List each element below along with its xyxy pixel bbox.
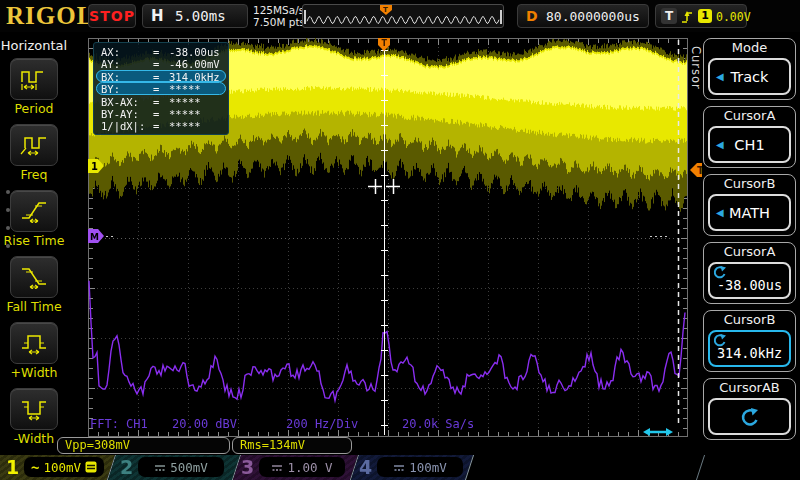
ch3-number[interactable]: 3 [241, 456, 254, 478]
cursor-b-value-button[interactable]: 314.0kHz [708, 330, 791, 367]
menu-section-cursor-a-source: CursorA ◀ CH1 [703, 106, 796, 168]
acquisition-info: 125MSa/s 7.50M pts [253, 4, 305, 28]
readout-row-ay: AY:=-46.00mV [96, 57, 226, 69]
delay-label: D [526, 8, 538, 24]
ac-coupling-icon: ~ [31, 459, 39, 475]
readout-row-invdx: 1/|dX|:=***** [96, 119, 226, 131]
ch3-status[interactable]: 1.00 V [259, 457, 345, 477]
display-grid: T 1 M T AX:=-38.00us AY:=-46.00mV BX:=31… [88, 38, 688, 437]
ch1-position-marker[interactable]: 1 [88, 159, 105, 174]
brand-logo: RIGOL [6, 2, 94, 30]
freq-icon [20, 133, 48, 157]
trigger-indicator[interactable]: T 1 0.00V [655, 4, 747, 28]
fft-source: FFT: CH1 [90, 417, 148, 431]
delay-indicator[interactable]: D 80.0000000us [517, 4, 649, 28]
math-position-marker[interactable]: M [88, 229, 105, 244]
readout-row-ax: AX:=-38.00us [96, 45, 226, 57]
menu-page-dot [6, 226, 10, 230]
readout-row-bx: BX:=314.0kHz [96, 70, 226, 82]
rise-time-icon [20, 199, 48, 223]
menu-section-cursor-b-value: CursorB 314.0kHz [703, 310, 796, 372]
fall-time-icon [20, 265, 48, 289]
menu-item-period[interactable]: Period [2, 58, 66, 116]
memory-depth-value: 7.50M pts [253, 16, 305, 28]
ch3-scale: 1.00 V [287, 460, 332, 475]
left-triangle-icon: ◀ [716, 138, 724, 152]
channel-status-bar: 1 ~ 100mV 2 500mV 3 1.00 V 4 [0, 455, 800, 480]
waveform-preview-bar[interactable]: T [302, 4, 504, 28]
ch2-status[interactable]: 500mV [138, 457, 224, 477]
rotate-knob-icon [713, 333, 727, 347]
menu-section-cursor-a-value: CursorA -38.00us [703, 242, 796, 304]
fft-sample-rate: 20.0k Sa/s [402, 417, 474, 431]
rotate-knob-icon [740, 407, 760, 427]
trigger-source-badge: 1 [698, 9, 712, 23]
menu-page-dot [6, 190, 10, 194]
menu-section-cursor-b-source: CursorB ◀ MATH [703, 174, 796, 236]
period-icon [20, 67, 48, 91]
trigger-position-marker[interactable]: T [378, 38, 391, 52]
menu-item-fall-time[interactable]: Fall Time [2, 256, 66, 314]
dc-coupling-icon [271, 463, 283, 472]
delay-value: 80.0000000us [546, 9, 640, 24]
menu-section-mode: Mode ◀ Track [703, 38, 796, 100]
run-state-indicator[interactable]: STOP [88, 4, 136, 28]
trigger-label: T [661, 8, 677, 24]
cursor-b-source-button[interactable]: ◀ MATH [708, 194, 791, 231]
fft-scale: 20.00 dBV [172, 417, 237, 431]
measure-menu: Horizontal Period Freq Rise Time [0, 32, 86, 455]
ch4-status[interactable]: 100mV [377, 457, 463, 477]
bandwidth-limit-icon [85, 461, 97, 473]
menu-item-neg-width[interactable]: -Width [2, 388, 66, 446]
oscilloscope-screen: RIGOL STOP H 5.00ms 125MSa/s 7.50M pts T… [0, 0, 800, 480]
ch1-scale: 100mV [43, 460, 81, 475]
horizontal-timebase-button[interactable]: H 5.00ms [142, 4, 248, 28]
menu-item-pos-width[interactable]: +Width [2, 322, 66, 380]
minus-width-icon [20, 397, 48, 421]
timebase-label: H [151, 7, 164, 25]
cursor-a-source-button[interactable]: ◀ CH1 [708, 126, 791, 163]
dc-coupling-icon [154, 463, 166, 472]
top-status-bar: RIGOL STOP H 5.00ms 125MSa/s 7.50M pts T… [0, 0, 800, 32]
ch2-number[interactable]: 2 [120, 456, 133, 478]
cursor-menu: Mode ◀ Track CursorA ◀ CH1 CursorB ◀ MAT… [702, 32, 798, 455]
svg-text:M: M [90, 232, 99, 242]
readout-row-byay: BY-AY:=***** [96, 107, 226, 119]
ch2-scale: 500mV [170, 460, 208, 475]
left-menu-title: Horizontal [0, 38, 68, 53]
fft-status-line: FFT: CH1 20.00 dBV 200 Hz/Div 20.0k Sa/s [88, 417, 688, 432]
plus-width-icon [20, 331, 48, 355]
menu-page-dot [6, 208, 10, 212]
fft-resolution: 200 Hz/Div [286, 417, 358, 431]
menu-page-dot [6, 244, 10, 248]
trigger-edge-icon [680, 9, 694, 25]
ch4-scale: 100mV [409, 460, 447, 475]
cursor-ab-button[interactable] [708, 398, 791, 435]
measurement-rms[interactable]: Rms=134mV [232, 437, 352, 454]
trigger-level-value: 0.00V [716, 10, 751, 24]
left-triangle-icon: ◀ [716, 70, 724, 84]
cursor-a-value-button[interactable]: -38.00us [708, 262, 791, 299]
readout-row-bxax: BX-AX:=***** [96, 95, 226, 107]
mode-button[interactable]: ◀ Track [708, 58, 791, 95]
rotate-knob-icon [713, 265, 727, 279]
menu-section-cursor-ab: CursorAB [703, 378, 796, 440]
timebase-value: 5.00ms [175, 8, 226, 24]
measurement-vpp[interactable]: Vpp=308mV [57, 437, 230, 454]
ch1-number[interactable]: 1 [6, 456, 19, 478]
cursor-readout-box: AX:=-38.00us AY:=-46.00mV BX:=314.0kHz B… [93, 42, 229, 135]
ch4-number[interactable]: 4 [359, 456, 372, 478]
svg-text:1: 1 [91, 161, 98, 172]
ch1-status[interactable]: ~ 100mV [24, 457, 104, 477]
svg-text:T: T [382, 39, 388, 48]
menu-item-rise-time[interactable]: Rise Time [2, 190, 66, 248]
readout-row-by: BY:=***** [96, 82, 226, 94]
dc-coupling-icon [393, 463, 405, 472]
left-triangle-icon: ◀ [716, 206, 724, 220]
svg-text:T: T [383, 6, 388, 14]
cursor-menu-tab: Cursor [689, 46, 703, 108]
menu-item-freq[interactable]: Freq [2, 124, 66, 182]
channel-bar-separator [696, 455, 705, 480]
preview-waveform-icon: T [303, 5, 503, 27]
sample-rate-value: 125MSa/s [253, 4, 305, 16]
